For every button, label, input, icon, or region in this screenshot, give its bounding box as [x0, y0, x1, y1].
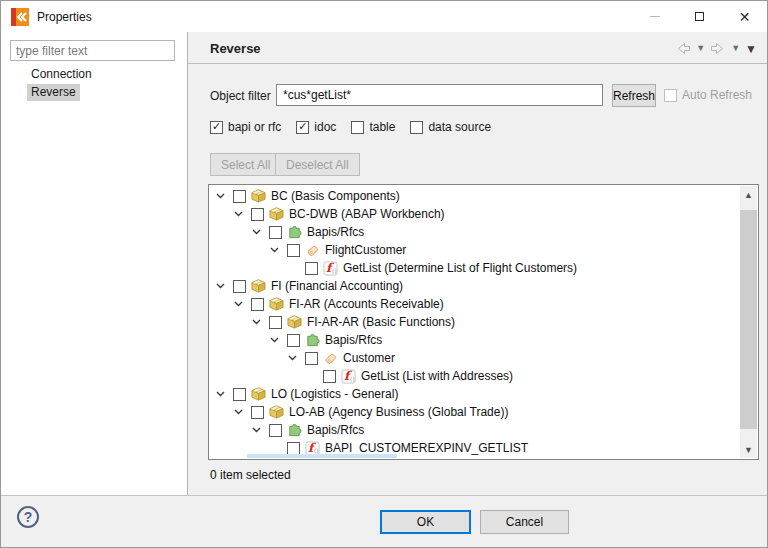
talend-icon [11, 8, 29, 26]
chevron-down-icon[interactable] [214, 190, 226, 202]
tree-row[interactable]: Bapis/Rfcs [209, 421, 740, 439]
chevron-down-icon[interactable] [214, 280, 226, 292]
chevron-down-icon[interactable] [250, 316, 262, 328]
tree-row[interactable]: FI-AR-AR (Basic Functions) [209, 313, 740, 331]
auto-refresh-checkbox[interactable] [664, 89, 677, 102]
checkbox-icon[interactable] [351, 121, 364, 134]
close-button[interactable]: ✕ [722, 1, 767, 32]
partially-visible-selected-row [247, 454, 397, 458]
chevron-down-icon[interactable] [268, 244, 280, 256]
checkbox-icon[interactable] [210, 121, 223, 134]
chevron-down-icon[interactable] [286, 352, 298, 364]
puzzle-icon [304, 332, 320, 348]
sidebar-filter-input[interactable] [10, 40, 175, 61]
chevron-down-icon[interactable] [232, 298, 244, 310]
tree-row[interactable]: FlightCustomer [209, 241, 740, 259]
type-filter-data-source[interactable]: data source [410, 120, 491, 134]
tree-row[interactable]: BC (Basis Components) [209, 187, 740, 205]
tree-checkbox[interactable] [251, 298, 264, 311]
tree-checkbox[interactable] [287, 244, 300, 257]
chevron-placeholder [268, 442, 280, 454]
puzzle-icon [286, 224, 302, 240]
scrollbar-thumb[interactable] [740, 210, 757, 429]
nav-cluster: ▼ ▼ ▼ [675, 42, 757, 55]
tree-checkbox[interactable] [233, 280, 246, 293]
header-divider [188, 63, 768, 64]
tree-checkbox[interactable] [269, 424, 282, 437]
chevron-down-icon[interactable] [214, 388, 226, 400]
scroll-down-icon[interactable]: ▼ [740, 441, 757, 458]
tree-item-label: FI-AR (Accounts Receivable) [289, 297, 444, 311]
chevron-down-icon[interactable] [250, 226, 262, 238]
tree-row[interactable]: f()GetList (List with Addresses) [209, 367, 740, 385]
tree-checkbox[interactable] [251, 406, 264, 419]
tree-checkbox[interactable] [287, 334, 300, 347]
tree-item-label: LO-AB (Agency Business (Global Trade)) [289, 405, 508, 419]
tree-item-label: Customer [343, 351, 395, 365]
chevron-down-icon[interactable] [232, 406, 244, 418]
tree-row[interactable]: BC-DWB (ABAP Workbench) [209, 205, 740, 223]
minimize-icon [650, 16, 660, 17]
type-filter-idoc[interactable]: idoc [296, 120, 336, 134]
tag-icon [304, 242, 320, 258]
checkbox-icon[interactable] [296, 121, 309, 134]
select-all-button[interactable]: Select All [210, 153, 281, 176]
chevron-down-icon[interactable] [232, 208, 244, 220]
maximize-icon [695, 12, 704, 21]
sidebar-item-connection[interactable]: Connection [27, 66, 96, 83]
type-filter-bapi-or-rfc[interactable]: bapi or rfc [210, 120, 281, 134]
tree-row[interactable]: FI (Financial Accounting) [209, 277, 740, 295]
scroll-up-icon[interactable]: ▲ [740, 186, 757, 203]
tree-checkbox[interactable] [233, 190, 246, 203]
tree-row[interactable]: Bapis/Rfcs [209, 331, 740, 349]
help-button[interactable]: ? [17, 506, 39, 528]
sidebar-item-reverse[interactable]: Reverse [27, 84, 80, 101]
minimize-button[interactable] [632, 1, 677, 32]
package-icon [268, 404, 284, 420]
tree-item-label: Bapis/Rfcs [325, 333, 382, 347]
package-icon [268, 206, 284, 222]
tree-row[interactable]: LO (Logistics - General) [209, 385, 740, 403]
tree-row[interactable]: FI-AR (Accounts Receivable) [209, 295, 740, 313]
view-menu-icon[interactable]: ▼ [745, 43, 757, 55]
svg-text:(): () [349, 375, 354, 382]
tree-checkbox[interactable] [233, 388, 246, 401]
refresh-button[interactable]: Refresh [612, 84, 656, 107]
back-dropdown-icon[interactable]: ▼ [696, 44, 705, 53]
tree-item-label: FI (Financial Accounting) [271, 279, 403, 293]
tree-checkbox[interactable] [305, 262, 318, 275]
forward-dropdown-icon[interactable]: ▼ [731, 44, 740, 53]
type-filter-row: bapi or rfcidoctabledata source [210, 120, 506, 134]
tree-checkbox[interactable] [251, 208, 264, 221]
ok-button[interactable]: OK [380, 510, 471, 534]
tree-rows: BC (Basis Components)BC-DWB (ABAP Workbe… [209, 187, 740, 457]
tree-row[interactable]: f()GetList (Determine List of Flight Cus… [209, 259, 740, 277]
tree-scrollbar[interactable]: ▲ ▼ [740, 186, 757, 458]
function-icon: f() [340, 368, 356, 384]
tree-checkbox[interactable] [287, 442, 300, 455]
tree-checkbox[interactable] [323, 370, 336, 383]
tree-item-label: Bapis/Rfcs [307, 225, 364, 239]
package-icon [268, 296, 284, 312]
chevron-down-icon[interactable] [250, 424, 262, 436]
maximize-button[interactable] [677, 1, 722, 32]
cancel-button[interactable]: Cancel [480, 510, 569, 534]
forward-arrow-icon[interactable] [710, 42, 726, 55]
tree-row[interactable]: Bapis/Rfcs [209, 223, 740, 241]
deselect-all-button[interactable]: Deselect All [275, 153, 360, 176]
tree-checkbox[interactable] [269, 226, 282, 239]
auto-refresh[interactable]: Auto Refresh [664, 88, 752, 102]
back-arrow-icon[interactable] [675, 42, 691, 55]
tree-checkbox[interactable] [305, 352, 318, 365]
title-bar[interactable]: Properties ✕ [1, 1, 767, 32]
chevron-down-icon[interactable] [268, 334, 280, 346]
tree-row[interactable]: Customer [209, 349, 740, 367]
tree-row[interactable]: LO-AB (Agency Business (Global Trade)) [209, 403, 740, 421]
type-filter-table[interactable]: table [351, 120, 395, 134]
page-title: Reverse [210, 41, 261, 56]
tree-item-label: BC-DWB (ABAP Workbench) [289, 207, 445, 221]
checkbox-icon[interactable] [410, 121, 423, 134]
object-filter-input[interactable] [276, 84, 603, 106]
function-icon: f() [322, 260, 338, 276]
tree-checkbox[interactable] [269, 316, 282, 329]
